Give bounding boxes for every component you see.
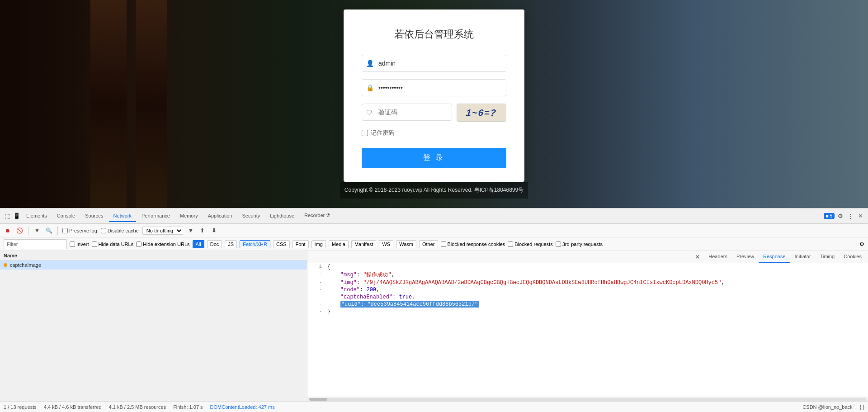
username-input[interactable]	[362, 55, 506, 72]
throttle-select[interactable]: No throttling Slow 3G Fast 3G	[142, 227, 183, 235]
resp-tab-preview[interactable]: Preview	[732, 251, 759, 263]
close-devtools-icon[interactable]: ✕	[856, 212, 864, 220]
remember-checkbox[interactable]	[362, 130, 368, 136]
device-icon[interactable]: 📱	[13, 212, 21, 220]
response-tabbar: ✕ Headers Preview Response Initiator Tim…	[307, 251, 868, 263]
blocked-resp-checkbox[interactable]	[441, 242, 446, 247]
third-party-checkbox[interactable]	[556, 242, 561, 247]
tab-memory[interactable]: Memory	[175, 210, 203, 222]
filter-icon-button[interactable]: ▼	[33, 227, 41, 235]
tab-security[interactable]: Security	[237, 210, 264, 222]
filter-all[interactable]: All	[193, 240, 204, 248]
captcha-image[interactable]: 1~6=?	[457, 104, 506, 122]
horizontal-scrollbar[interactable]	[307, 397, 868, 401]
pillar-right	[136, 0, 167, 208]
blocked-req-checkbox[interactable]	[508, 242, 513, 247]
filter-settings-icon[interactable]: ⚙	[859, 241, 864, 247]
resp-tab-initiator[interactable]: Initiator	[790, 251, 816, 263]
network-toolbar: ⏺ 🚫 ▼ 🔍 Preserve log Disable cache No th…	[0, 224, 868, 237]
devtools-status-bar: 1 / 13 requests 4.4 kB / 4.6 kB transfer…	[0, 401, 868, 412]
filter-input[interactable]	[4, 239, 67, 249]
preserve-log-checkbox[interactable]	[62, 228, 68, 233]
clear-button[interactable]: 🚫	[15, 227, 24, 235]
settings-icon[interactable]: ⚙	[836, 212, 844, 220]
hide-data-urls-checkbox[interactable]	[92, 242, 97, 247]
response-close-button[interactable]: ✕	[691, 251, 704, 262]
hide-ext-urls-label: Hide extension URLs	[136, 242, 189, 247]
resources-size: 4.1 kB / 2.5 MB resources	[109, 404, 166, 410]
invert-checkbox[interactable]	[70, 242, 75, 247]
resp-line-4: - "code": 200,	[307, 286, 868, 294]
scrollbar-thumb	[309, 398, 327, 401]
remember-label[interactable]: 记住密码	[371, 129, 394, 137]
captcha-field: 🛡	[362, 104, 452, 122]
finish-time: Finish: 1.07 s	[173, 404, 203, 410]
search-button[interactable]: 🔍	[45, 227, 53, 235]
copyright-text: Copyright © 2018-2023 ruoyi.vip All Righ…	[344, 187, 524, 193]
resp-line-7: - }	[307, 308, 868, 315]
tab-elements[interactable]: Elements	[22, 210, 52, 222]
resp-line-3: - "img": "/9j/4AAQSkZJRgABAgAAAQABAAD/2w…	[307, 279, 868, 286]
record-button[interactable]: ⏺	[4, 227, 12, 235]
hide-ext-urls-text: Hide extension URLs	[143, 242, 189, 247]
devtools-tabbar: ⬚ 📱 Elements Console Sources Network Per…	[0, 208, 868, 224]
resp-tab-response[interactable]: Response	[759, 251, 790, 263]
filter-doc[interactable]: Doc	[207, 240, 222, 248]
blocked-req-label: Blocked requests	[508, 242, 552, 247]
invert-text: Invert	[76, 242, 89, 247]
disable-cache-checkbox[interactable]	[101, 228, 106, 233]
username-field: 👤	[362, 55, 506, 72]
resp-line-2: - "msg": "操作成功",	[307, 270, 868, 279]
third-party-text: 3rd-party requests	[562, 242, 603, 247]
resp-tab-headers[interactable]: Headers	[704, 251, 732, 263]
filter-js[interactable]: JS	[225, 240, 237, 248]
filter-img[interactable]: Img	[311, 240, 326, 248]
captcha-input[interactable]	[362, 104, 452, 121]
devtools-right-icons: ■ 5 ⚙ ⋮ ✕	[824, 212, 864, 220]
filter-font[interactable]: Font	[292, 240, 309, 248]
filter-manifest[interactable]: Manifest	[351, 240, 377, 248]
hide-data-urls-label: Hide data URLs	[92, 242, 134, 247]
hide-ext-urls-checkbox[interactable]	[136, 242, 142, 247]
devtools-panel: ⬚ 📱 Elements Console Sources Network Per…	[0, 208, 868, 412]
bottom-right-label: CSDN @lion_no_back	[802, 404, 852, 410]
preserve-log-text: Preserve log	[69, 228, 97, 233]
tab-lighthouse[interactable]: Lighthouse	[265, 210, 299, 222]
filter-wasm[interactable]: Wasm	[396, 240, 416, 248]
more-icon[interactable]: ⋮	[846, 212, 854, 220]
login-area: 若依后台管理系统 👤 🔒 🛡 1~6=?	[340, 9, 528, 199]
throttle-arrow-icon[interactable]: ▼	[187, 227, 195, 235]
request-captchaimage[interactable]: captchaImage	[0, 260, 307, 270]
resp-tab-timing[interactable]: Timing	[816, 251, 840, 263]
import-icon[interactable]: ⬆	[198, 227, 207, 235]
toolbar-sep2	[57, 227, 58, 235]
tab-sources[interactable]: Sources	[80, 210, 108, 222]
requests-column-header: Name	[0, 251, 307, 260]
captcha-row: 🛡 1~6=?	[362, 104, 506, 122]
filter-ws[interactable]: WS	[379, 240, 393, 248]
login-button[interactable]: 登 录	[362, 148, 506, 168]
dom-loaded-time[interactable]: DOMContentLoaded: 427 ms	[210, 404, 275, 410]
tab-console[interactable]: Console	[52, 210, 80, 222]
tab-performance[interactable]: Performance	[137, 210, 175, 222]
filter-fetch-xhr[interactable]: Fetch/XHR	[240, 240, 270, 248]
errors-badge: ■ 5	[824, 213, 835, 219]
tab-network[interactable]: Network	[109, 210, 136, 222]
disable-cache-label: Disable cache	[101, 228, 139, 233]
export-icon[interactable]: ⬇	[210, 227, 218, 235]
transferred-size: 4.4 kB / 4.6 kB transferred	[44, 404, 102, 410]
inspect-icon[interactable]: ⬚	[4, 212, 12, 220]
filter-css[interactable]: CSS	[273, 240, 290, 248]
resp-tab-cookies[interactable]: Cookies	[839, 251, 866, 263]
filter-other[interactable]: Other	[419, 240, 438, 248]
pillar-left	[90, 0, 127, 208]
password-input[interactable]	[362, 79, 506, 96]
waterfall-icon[interactable]: { }	[860, 404, 864, 410]
tab-application[interactable]: Application	[203, 210, 237, 222]
request-name: captchaImage	[10, 262, 303, 268]
page-wrapper: 若依后台管理系统 👤 🔒 🛡 1~6=?	[0, 0, 868, 412]
tab-recorder[interactable]: Recorder ⚗	[300, 210, 335, 222]
password-field: 🔒	[362, 79, 506, 96]
login-card: 若依后台管理系统 👤 🔒 🛡 1~6=?	[344, 9, 524, 182]
filter-media[interactable]: Media	[329, 240, 349, 248]
